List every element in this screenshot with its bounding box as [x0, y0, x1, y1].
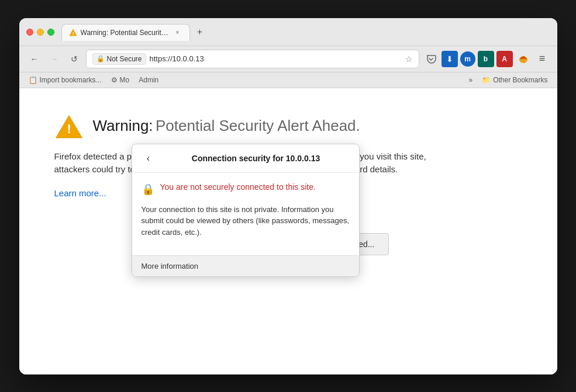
url-text[interactable]: https://10.0.0.13 [150, 54, 402, 63]
tab-warning-icon: ! [69, 29, 77, 37]
popup-title: Connection security for 10.0.0.13 [163, 154, 350, 163]
back-button[interactable]: ← [26, 51, 43, 67]
security-popup: ‹ Connection security for 10.0.0.13 🔒 Yo… [132, 144, 360, 277]
new-tab-button[interactable]: + [192, 25, 208, 40]
browser-window: ! Warning: Potential Security Risk × + ←… [19, 18, 557, 374]
manage-bookmarks-item[interactable]: ⚙ Mo [109, 75, 132, 85]
popup-body: 🔒 You are not securely connected to this… [132, 173, 359, 256]
popup-warning-text: You are not securely connected to this s… [160, 182, 316, 192]
address-bar: 🔒 Not Secure https://10.0.0.13 ☆ [86, 50, 419, 68]
warning-subtitle: Potential Security Alert Ahead. [156, 117, 360, 134]
popup-back-button[interactable]: ‹ [142, 151, 156, 165]
tab-bar: ! Warning: Potential Security Risk × + [61, 24, 550, 41]
popup-warning-row: 🔒 You are not securely connected to this… [142, 182, 350, 196]
popup-description: Your connection to this site is not priv… [142, 204, 350, 238]
popup-more-info-button[interactable]: More information [132, 255, 359, 276]
lock-warning-icon: 🔒 [96, 55, 105, 63]
svg-text:!: ! [72, 30, 74, 36]
bookmarks-bar: 📋 Import bookmarks... ⚙ Mo Admin » 📁 Oth… [19, 72, 557, 88]
tab-title: Warning: Potential Security Risk [81, 29, 170, 37]
import-bookmark-icon: 📋 [29, 76, 37, 84]
menu-icon[interactable]: ≡ [534, 51, 550, 67]
maximize-button[interactable] [47, 29, 54, 36]
manage-label: Mo [120, 76, 130, 84]
other-bookmarks-label: Other Bookmarks [493, 76, 547, 84]
folder-icon: 📁 [482, 76, 491, 84]
admin-label: Admin [139, 76, 158, 84]
tab-close-button[interactable]: × [173, 28, 182, 37]
adblocker-icon[interactable]: A [496, 51, 513, 67]
bookmarks-right: » 📁 Other Bookmarks [466, 75, 550, 85]
admin-bookmark-item[interactable]: Admin [136, 75, 161, 85]
traffic-lights [26, 29, 54, 36]
import-bookmarks-item[interactable]: 📋 Import bookmarks... [26, 75, 104, 85]
learn-more-link[interactable]: Learn more... [54, 188, 106, 198]
forward-button[interactable]: → [46, 51, 63, 67]
close-button[interactable] [26, 29, 33, 36]
pocket-icon[interactable] [423, 51, 439, 67]
other-bookmarks-item[interactable]: 📁 Other Bookmarks [480, 75, 550, 85]
more-bookmarks-button[interactable]: » [466, 75, 475, 85]
warning-header: ! Warning: Potential Security Alert Ahea… [54, 112, 360, 141]
warning-triangle-icon: ! [54, 112, 84, 141]
import-bookmarks-label: Import bookmarks... [40, 76, 102, 84]
reload-button[interactable]: ↺ [66, 51, 82, 67]
account-avatar[interactable]: m [460, 51, 475, 67]
popup-header: ‹ Connection security for 10.0.0.13 [132, 144, 359, 173]
nav-icons: ⬇ m b A ≡ [423, 51, 550, 67]
title-bar: ! Warning: Potential Security Risk × + [19, 18, 557, 46]
manage-icon: ⚙ [111, 76, 118, 84]
main-content: ! Warning: Potential Security Alert Ahea… [19, 88, 557, 374]
svg-text:!: ! [67, 121, 71, 136]
warning-title: Warning: [93, 117, 153, 134]
not-secure-badge[interactable]: 🔒 Not Secure [92, 53, 146, 65]
bitwarden-icon[interactable]: b [478, 51, 494, 67]
fox-icon[interactable] [515, 51, 532, 67]
minimize-button[interactable] [37, 29, 44, 36]
nav-bar: ← → ↺ 🔒 Not Secure https://10.0.0.13 ☆ ⬇… [19, 46, 557, 72]
warning-titles: Warning: Potential Security Alert Ahead. [93, 117, 360, 135]
title-bar-top: ! Warning: Potential Security Risk × + [26, 24, 550, 41]
download-icon[interactable]: ⬇ [442, 51, 458, 67]
active-tab[interactable]: ! Warning: Potential Security Risk × [61, 24, 190, 41]
not-secure-label: Not Secure [107, 55, 142, 63]
bookmark-star-icon[interactable]: ☆ [405, 54, 413, 64]
popup-lock-icon: 🔒 [142, 183, 154, 196]
